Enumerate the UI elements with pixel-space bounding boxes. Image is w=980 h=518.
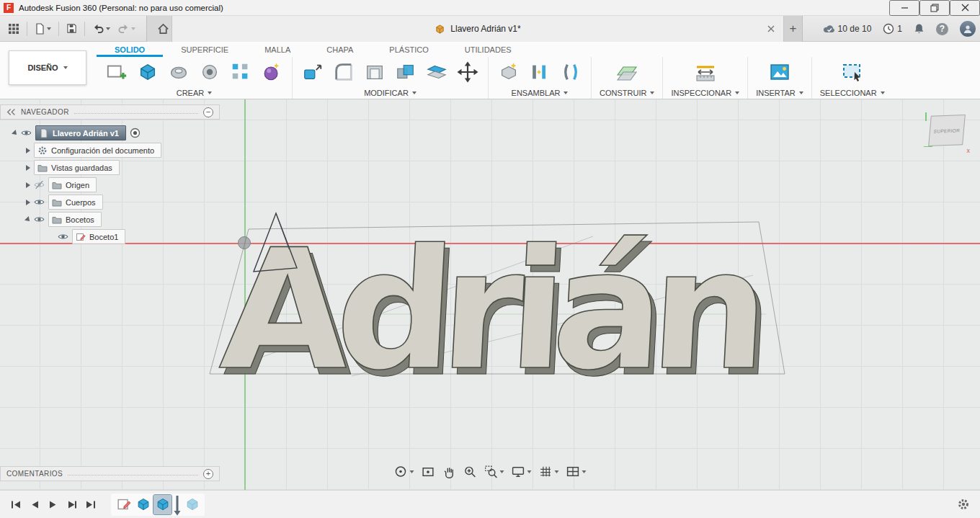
pan-button[interactable]	[441, 463, 458, 480]
offset-face-button[interactable]	[424, 59, 449, 85]
look-at-button[interactable]	[420, 463, 437, 480]
shell-button[interactable]	[362, 59, 387, 85]
job-status-button[interactable]: 10 de 10	[823, 24, 872, 34]
viewcube-top-face[interactable]: SUPERIOR	[928, 115, 966, 146]
construir-menu-button[interactable]: CONSTRUIR	[600, 87, 654, 98]
expand-arrow-icon[interactable]	[26, 200, 30, 205]
tree-row-origin[interactable]: Origen	[0, 177, 220, 193]
new-component-button[interactable]	[496, 59, 521, 85]
timeline-play-button[interactable]	[45, 496, 61, 513]
seleccionar-menu-button[interactable]: SELECCIONAR	[820, 87, 885, 98]
pattern-button[interactable]	[228, 59, 253, 85]
viewports-button[interactable]	[565, 463, 588, 480]
restore-button[interactable]	[919, 0, 950, 16]
notifications-button[interactable]: 1	[883, 23, 902, 35]
timeline-step-back-button[interactable]	[26, 496, 43, 513]
timeline-extrude-feature-suppressed[interactable]	[183, 495, 201, 514]
expand-arrow-icon[interactable]	[26, 182, 30, 188]
extrude-button[interactable]	[135, 59, 160, 85]
construction-plane-button[interactable]	[615, 59, 639, 85]
ensamblar-menu-button[interactable]: ENSAMBLAR	[512, 87, 569, 98]
add-comment-button[interactable]: +	[203, 469, 213, 479]
tree-row-sketch1[interactable]: Boceto1	[0, 228, 220, 245]
alerts-button[interactable]	[914, 23, 925, 35]
root-component-chip[interactable]: Llavero Adrián v1	[35, 125, 126, 140]
timeline-playhead[interactable]	[173, 498, 182, 514]
model-3d-adrian[interactable]: Adrián Adrián	[204, 206, 791, 388]
bodies-chip[interactable]: Cuerpos	[48, 195, 103, 210]
timeline-step-forward-button[interactable]	[63, 496, 80, 513]
expand-arrow-icon[interactable]	[24, 216, 32, 223]
zoom-button[interactable]	[462, 463, 478, 480]
grid-snaps-button[interactable]	[538, 463, 561, 480]
crear-menu-button[interactable]: CREAR	[177, 87, 213, 98]
profile-button[interactable]	[960, 21, 976, 37]
document-tab-close-button[interactable]	[765, 22, 778, 35]
timeline-skip-start-button[interactable]	[7, 496, 24, 513]
expand-arrow-icon[interactable]	[26, 148, 30, 153]
redo-button[interactable]	[114, 18, 139, 40]
file-menu-button[interactable]	[31, 18, 55, 40]
tab-chapa[interactable]: CHAPA	[308, 42, 371, 57]
timeline-skip-end-button[interactable]	[82, 496, 99, 513]
visibility-eye-icon[interactable]	[34, 214, 45, 225]
tab-plastico[interactable]: PLÁSTICO	[371, 42, 446, 57]
help-button[interactable]: ?	[936, 23, 948, 35]
origin-chip[interactable]: Origen	[48, 177, 97, 192]
tab-superficie[interactable]: SUPERFICIE	[163, 42, 246, 57]
tree-row-bodies[interactable]: Cuerpos	[0, 194, 220, 210]
undo-button[interactable]	[89, 18, 114, 40]
visibility-eye-icon[interactable]	[21, 128, 32, 138]
insert-canvas-button[interactable]	[767, 59, 792, 85]
as-built-joint-button[interactable]	[558, 59, 583, 85]
visibility-eye-off-icon[interactable]	[34, 179, 45, 190]
named-views-chip[interactable]: Vistas guardadas	[34, 160, 120, 175]
modificar-menu-button[interactable]: MODIFICAR	[364, 87, 416, 98]
tab-solido[interactable]: SOLIDO	[97, 42, 163, 57]
visibility-eye-icon[interactable]	[34, 197, 45, 207]
zoom-window-button[interactable]	[483, 463, 506, 480]
inspeccionar-menu-button[interactable]: INSPECCIONAR	[671, 87, 739, 98]
expand-arrow-icon[interactable]	[26, 165, 30, 171]
comments-header[interactable]: COMENTARIOS +	[0, 466, 220, 481]
create-sketch-button[interactable]	[104, 59, 129, 85]
new-tab-button[interactable]: +	[784, 16, 803, 42]
timeline-sketch-feature[interactable]	[115, 495, 133, 514]
hole-button[interactable]	[197, 59, 222, 85]
collapse-panel-chevrons-icon[interactable]	[6, 108, 16, 116]
visibility-eye-icon[interactable]	[58, 231, 68, 242]
tree-row-sketches[interactable]: Bocetos	[0, 211, 220, 228]
timeline-settings-button[interactable]	[954, 495, 973, 514]
minimize-button[interactable]	[889, 0, 919, 16]
tree-row-named-views[interactable]: Vistas guardadas	[0, 159, 220, 176]
navigator-collapse-button[interactable]: −	[203, 107, 213, 117]
save-button[interactable]	[63, 18, 81, 40]
navigator-header[interactable]: NAVEGADOR −	[0, 104, 220, 120]
revolve-button[interactable]	[166, 59, 191, 85]
measure-button[interactable]	[693, 59, 718, 85]
timeline-extrude-feature-selected[interactable]	[153, 495, 172, 514]
document-settings-chip[interactable]: Configuración del documento	[34, 143, 161, 158]
fillet-button[interactable]	[331, 59, 356, 85]
close-button[interactable]	[950, 0, 980, 16]
expand-arrow-icon[interactable]	[12, 130, 19, 137]
orbit-button[interactable]	[393, 463, 416, 480]
sketch1-chip[interactable]: Boceto1	[72, 229, 125, 244]
tree-row-root-component[interactable]: Llavero Adrián v1	[0, 125, 220, 141]
combine-button[interactable]	[393, 59, 418, 85]
insertar-menu-button[interactable]: INSERTAR	[756, 87, 803, 98]
viewport-canvas[interactable]: Adrián Adrián NAVEGADOR − Llavero Adrián…	[0, 99, 980, 490]
select-button[interactable]	[840, 59, 865, 85]
display-settings-button[interactable]	[510, 463, 533, 480]
move-copy-button[interactable]	[455, 59, 480, 85]
activate-component-radio[interactable]	[130, 128, 141, 138]
view-cube[interactable]: SUPERIOR x	[924, 112, 970, 154]
tree-row-document-settings[interactable]: Configuración del documento	[0, 142, 220, 158]
timeline-extrude-feature[interactable]	[134, 495, 152, 514]
create-form-button[interactable]	[259, 59, 284, 85]
sketches-chip[interactable]: Bocetos	[48, 212, 102, 227]
workspace-selector[interactable]: DISEÑO	[9, 50, 86, 85]
tab-utilidades[interactable]: UTILIDADES	[447, 42, 530, 57]
app-grid-menu-button[interactable]	[4, 18, 23, 40]
tab-malla[interactable]: MALLA	[246, 42, 308, 57]
